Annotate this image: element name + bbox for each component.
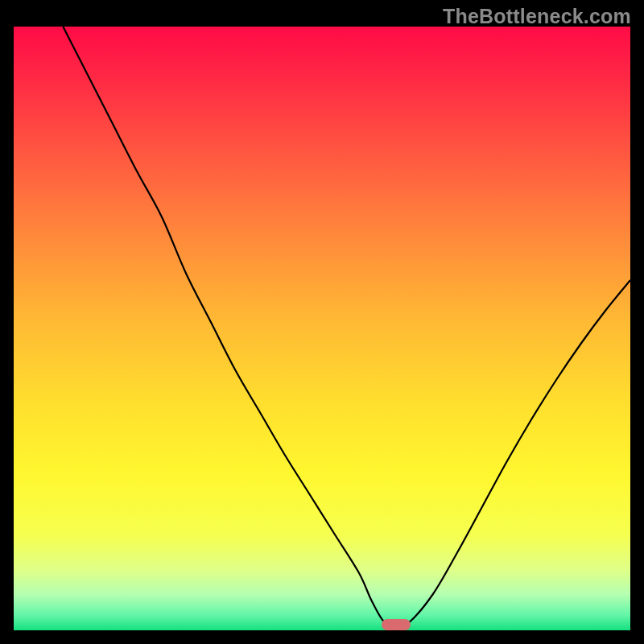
bottleneck-curve [14, 27, 630, 630]
chart-frame: TheBottleneck.com [0, 0, 644, 644]
watermark-text: TheBottleneck.com [443, 5, 631, 28]
plot-area [14, 27, 630, 630]
minimum-marker [382, 619, 411, 630]
